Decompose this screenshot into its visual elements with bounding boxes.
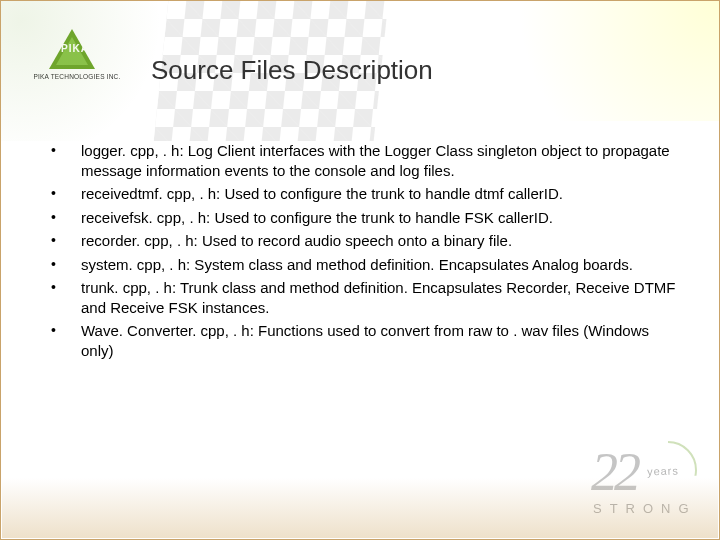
page-title: Source Files Description bbox=[151, 55, 433, 86]
badge-strong: STRONG bbox=[593, 501, 697, 516]
bullet-dot: • bbox=[51, 184, 81, 202]
bullet-text: recorder. cpp, . h: Used to record audio… bbox=[81, 231, 679, 251]
logo: PIKA PIKA TECHNOLOGIES INC. bbox=[21, 29, 133, 80]
list-item: • receivedtmf. cpp, . h: Used to configu… bbox=[51, 184, 679, 204]
list-item: • system. cpp, . h: System class and met… bbox=[51, 255, 679, 275]
anniversary-badge: 22 years STRONG bbox=[591, 445, 701, 527]
bullet-list: • logger. cpp, . h: Log Client interface… bbox=[51, 141, 679, 360]
list-item: • recorder. cpp, . h: Used to record aud… bbox=[51, 231, 679, 251]
bullet-text: receivefsk. cpp, . h: Used to configure … bbox=[81, 208, 679, 228]
list-item: • trunk. cpp, . h: Trunk class and metho… bbox=[51, 278, 679, 317]
bullet-text: trunk. cpp, . h: Trunk class and method … bbox=[81, 278, 679, 317]
logo-mark: PIKA bbox=[49, 29, 95, 69]
logo-text: PIKA bbox=[61, 43, 89, 54]
bullet-text: logger. cpp, . h: Log Client interfaces … bbox=[81, 141, 679, 180]
list-item: • Wave. Converter. cpp, . h: Functions u… bbox=[51, 321, 679, 360]
slide: PIKA PIKA TECHNOLOGIES INC. Source Files… bbox=[0, 0, 720, 540]
bullet-dot: • bbox=[51, 141, 81, 159]
bullet-text: Wave. Converter. cpp, . h: Functions use… bbox=[81, 321, 679, 360]
bullet-dot: • bbox=[51, 208, 81, 226]
bullet-dot: • bbox=[51, 278, 81, 296]
bullet-dot: • bbox=[51, 255, 81, 273]
bullet-text: system. cpp, . h: System class and metho… bbox=[81, 255, 679, 275]
bullet-text: receivedtmf. cpp, . h: Used to configure… bbox=[81, 184, 679, 204]
badge-number: 22 bbox=[591, 441, 637, 503]
content-area: • logger. cpp, . h: Log Client interface… bbox=[51, 141, 679, 364]
list-item: • logger. cpp, . h: Log Client interface… bbox=[51, 141, 679, 180]
logo-subline: PIKA TECHNOLOGIES INC. bbox=[21, 73, 133, 80]
bullet-dot: • bbox=[51, 231, 81, 249]
bullet-dot: • bbox=[51, 321, 81, 339]
badge-years: years bbox=[647, 464, 679, 477]
list-item: • receivefsk. cpp, . h: Used to configur… bbox=[51, 208, 679, 228]
